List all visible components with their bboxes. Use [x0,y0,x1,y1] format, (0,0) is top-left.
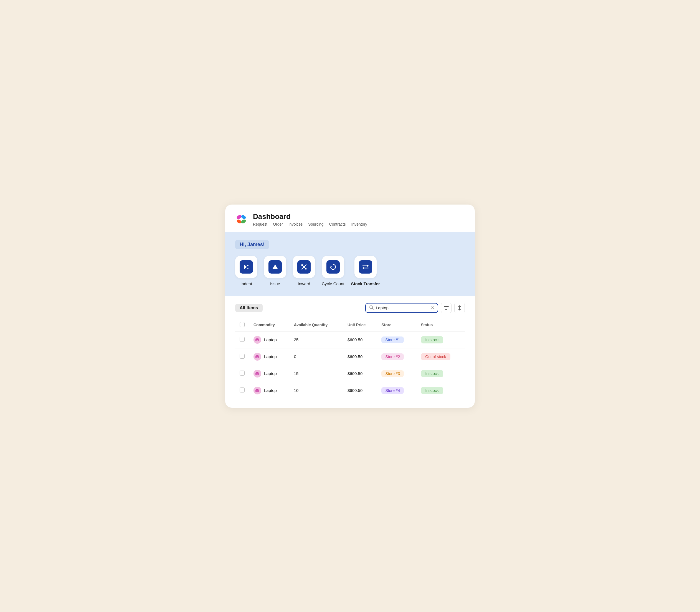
filter-button[interactable] [441,303,452,313]
status-badge-0: In stock [421,336,443,344]
indent-label: Indent [241,281,252,286]
row-quantity-0: 25 [290,331,343,348]
hero-section: Hi, James! Indent [225,232,475,296]
stock-transfer-label: Stock Transfer [351,281,380,286]
commodity-icon-3 [253,387,261,394]
store-badge-3: Store #4 [381,387,404,394]
svg-marker-8 [272,264,278,269]
shortcut-stock-transfer[interactable]: Stock Transfer [351,256,380,286]
row-checkbox-2[interactable] [239,371,245,376]
svg-marker-13 [367,265,368,267]
col-unit-price: Unit Price [343,319,377,332]
table-row: Laptop 25 $600.50 Store #1 In stock [235,331,465,348]
status-badge-3: In stock [421,387,443,394]
inward-icon-box [293,256,315,278]
row-quantity-1: 0 [290,348,343,365]
main-card: Dashboard Request Order Invoices Sourcin… [225,205,475,408]
nav-sourcing[interactable]: Sourcing [308,222,324,226]
col-store: Store [377,319,416,332]
sort-button[interactable] [454,303,465,313]
commodity-name-3: Laptop [264,388,277,393]
status-badge-1: Out of stock [421,353,451,360]
svg-rect-23 [256,338,259,339]
svg-rect-32 [256,389,259,390]
shortcut-issue[interactable]: Issue [264,256,286,286]
table-row: Laptop 15 $600.50 Store #3 In stock [235,365,465,382]
row-store-2: Store #3 [377,365,416,382]
row-checkbox-cell [235,331,249,348]
greeting-text: Hi, James! [235,240,269,249]
col-status: Status [416,319,465,332]
svg-marker-4 [244,265,247,269]
all-items-badge[interactable]: All Items [235,304,263,312]
row-checkbox-cell [235,348,249,365]
svg-point-2 [236,219,242,224]
row-commodity-1: Laptop [249,348,290,365]
row-quantity-3: 10 [290,382,343,399]
svg-marker-15 [363,267,364,269]
issue-icon-box [264,256,286,278]
row-unit-price-2: $600.50 [343,365,377,382]
search-box[interactable]: ✕ [365,303,438,313]
search-clear-icon[interactable]: ✕ [431,305,434,310]
commodity-icon-2 [253,370,261,377]
shortcut-cycle-count[interactable]: Cycle Count [322,256,344,286]
row-checkbox-1[interactable] [239,354,245,359]
inward-label: Inward [298,281,310,286]
svg-point-1 [241,214,247,220]
svg-rect-7 [247,268,248,268]
row-unit-price-1: $600.50 [343,348,377,365]
nav-inventory[interactable]: Inventory [352,222,368,226]
inventory-table: Commodity Available Quantity Unit Price … [235,319,465,399]
table-row: Laptop 0 $600.50 Store #2 Out of stock [235,348,465,365]
table-toolbar: All Items ✕ [235,303,465,313]
col-checkbox [235,319,249,332]
commodity-icon-0 [253,336,261,344]
row-checkbox-3[interactable] [239,388,245,392]
row-checkbox-0[interactable] [239,337,245,342]
shortcut-inward[interactable]: Inward [293,256,315,286]
nav-contracts[interactable]: Contracts [329,222,346,226]
toolbar-right: ✕ [365,303,465,313]
header-text: Dashboard Request Order Invoices Sourcin… [253,212,367,226]
row-commodity-2: Laptop [249,365,290,382]
svg-rect-29 [256,372,259,373]
row-commodity-3: Laptop [249,382,290,399]
issue-label: Issue [270,281,280,286]
row-status-2: In stock [416,365,465,382]
row-checkbox-cell [235,365,249,382]
select-all-checkbox[interactable] [239,322,245,327]
table-header: Commodity Available Quantity Unit Price … [235,319,465,332]
search-input[interactable] [376,305,428,310]
commodity-name-2: Laptop [264,371,277,376]
row-quantity-2: 15 [290,365,343,382]
svg-marker-11 [331,266,332,267]
store-badge-2: Store #3 [381,370,404,377]
cycle-count-label: Cycle Count [322,281,344,286]
logo-icon [235,213,247,225]
svg-point-0 [236,214,242,220]
nav-request[interactable]: Request [253,222,267,226]
row-status-1: Out of stock [416,348,465,365]
svg-rect-33 [257,391,258,391]
row-store-3: Store #4 [377,382,416,399]
indent-icon-box [235,256,257,278]
row-unit-price-3: $600.50 [343,382,377,399]
header: Dashboard Request Order Invoices Sourcin… [225,205,475,232]
nav-order[interactable]: Order [273,222,283,226]
row-commodity-0: Laptop [249,331,290,348]
row-checkbox-cell [235,382,249,399]
table-section: All Items ✕ [225,296,475,408]
commodity-name-0: Laptop [264,337,277,342]
col-commodity: Commodity [249,319,290,332]
row-store-0: Store #1 [377,331,416,348]
svg-rect-26 [256,355,259,357]
nav-invoices[interactable]: Invoices [288,222,303,226]
svg-rect-6 [247,267,248,267]
svg-rect-5 [247,265,248,266]
search-icon [369,305,374,311]
table-row: Laptop 10 $600.50 Store #4 In stock [235,382,465,399]
shortcut-indent[interactable]: Indent [235,256,257,286]
svg-line-17 [372,308,373,309]
row-status-0: In stock [416,331,465,348]
